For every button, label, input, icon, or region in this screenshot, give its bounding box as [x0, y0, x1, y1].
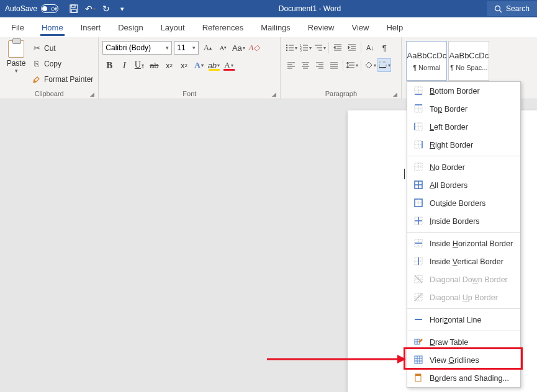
paragraph-group: ▾ 123▾ ▾ A↓ ¶ ▾ ▾ ▾ Para [281, 37, 402, 99]
text-effects-button[interactable]: A▾ [192, 58, 205, 72]
save-icon[interactable] [67, 2, 81, 16]
border-dd-icon [413, 275, 423, 285]
border-top-icon [413, 104, 423, 114]
tab-design[interactable]: Design [109, 17, 151, 37]
document-title: Document1 - Word [133, 4, 487, 13]
multilevel-button[interactable]: ▾ [313, 41, 327, 55]
tab-home[interactable]: Home [33, 17, 72, 37]
grow-font-button[interactable]: A▴ [201, 41, 214, 55]
menu-shade[interactable]: Borders and Shading... [407, 369, 520, 387]
menu-bottom[interactable]: Bottom Border [407, 82, 520, 100]
menu-item-label: Diagonal Down Border [430, 275, 508, 284]
dec-indent-button[interactable] [331, 41, 345, 55]
underline-button[interactable]: U▾ [132, 58, 146, 72]
search-box[interactable]: Search [487, 1, 537, 16]
menu-item-label: Borders and Shading... [430, 374, 509, 383]
svg-rect-108 [415, 374, 421, 376]
svg-rect-52 [379, 62, 386, 68]
svg-rect-1 [71, 5, 75, 7]
menu-item-label: View Gridlines [430, 356, 479, 365]
strikethrough-button[interactable]: ab [147, 58, 161, 72]
font-name-select[interactable]: Calibri (Body)▾ [102, 41, 172, 55]
style-nospacing[interactable]: AaBbCcDc¶ No Spac... [448, 41, 489, 81]
svg-point-7 [286, 47, 287, 48]
quick-access-toolbar: ↶▾ ↻ ▾ [63, 2, 133, 16]
menu-hz[interactable]: Horizontal Line [407, 311, 520, 329]
svg-line-4 [499, 10, 502, 12]
font-size-select[interactable]: 11▾ [174, 41, 199, 55]
border-draw-icon [413, 337, 423, 347]
tab-insert[interactable]: Insert [72, 17, 110, 37]
font-color-button[interactable]: A▾ [222, 58, 235, 72]
undo-icon[interactable]: ↶▾ [83, 2, 97, 16]
copy-button[interactable]: ⎘Copy [32, 57, 93, 71]
shading-button[interactable]: ▾ [363, 58, 377, 72]
dialog-launcher-icon[interactable]: ◢ [90, 91, 94, 97]
tab-references[interactable]: References [194, 17, 252, 37]
menu-top[interactable]: Top Border [407, 100, 520, 118]
svg-point-9 [286, 50, 287, 51]
svg-rect-2 [71, 9, 76, 12]
tab-review[interactable]: Review [299, 17, 343, 37]
border-left-icon [413, 122, 423, 132]
autosave-toggle[interactable]: AutoSave Off [0, 4, 63, 13]
customize-qat-icon[interactable]: ▾ [115, 2, 129, 16]
tab-file[interactable]: File [2, 17, 33, 37]
titlebar: AutoSave Off ↶▾ ↻ ▾ Document1 - Word Sea… [0, 0, 537, 17]
svg-point-3 [495, 6, 500, 11]
tab-help[interactable]: Help [377, 17, 412, 37]
menu-du: Diagonal Up Border [407, 288, 520, 306]
bullets-button[interactable]: ▾ [284, 41, 298, 55]
menu-none[interactable]: No Border [407, 158, 520, 176]
redo-icon[interactable]: ↻ [99, 2, 113, 16]
dialog-launcher-icon[interactable]: ◢ [393, 91, 397, 97]
justify-button[interactable] [327, 58, 341, 72]
tab-view[interactable]: View [343, 17, 377, 37]
align-right-button[interactable] [313, 58, 327, 72]
menu-right[interactable]: Right Border [407, 136, 520, 154]
menu-item-label: Right Border [430, 141, 473, 149]
menu-item-label: Horizontal Line [430, 316, 481, 324]
menu-draw[interactable]: Draw Table [407, 333, 520, 351]
sort-button[interactable]: A↓ [363, 41, 377, 55]
format-painter-button[interactable]: Format Painter [32, 73, 93, 86]
tab-mailings[interactable]: Mailings [252, 17, 299, 37]
clear-formatting-button[interactable]: A◇ [247, 41, 261, 55]
cut-button[interactable]: ✂Cut [32, 42, 93, 55]
dialog-launcher-icon[interactable]: ◢ [272, 91, 276, 97]
inc-indent-button[interactable] [345, 41, 359, 55]
copy-icon: ⎘ [32, 60, 41, 68]
align-center-button[interactable] [299, 58, 312, 72]
italic-button[interactable]: I [117, 58, 131, 72]
subscript-button[interactable]: x2 [162, 58, 176, 72]
tab-layout[interactable]: Layout [152, 17, 194, 37]
border-shade-icon [413, 373, 423, 383]
menu-inside[interactable]: Inside Borders [407, 212, 520, 230]
menu-grid[interactable]: View Gridlines [407, 351, 520, 369]
change-case-button[interactable]: Aa▾ [232, 41, 245, 55]
highlight-button[interactable]: ab▾ [207, 58, 220, 72]
superscript-button[interactable]: x2 [177, 58, 191, 72]
show-marks-button[interactable]: ¶ [377, 41, 391, 55]
menu-item-label: Inside Horizontal Border [430, 239, 513, 248]
font-group: Calibri (Body)▾ 11▾ A▴ A▾ Aa▾ A◇ B I U▾ … [99, 37, 281, 99]
menu-item-label: No Border [430, 163, 465, 172]
align-left-button[interactable] [284, 58, 298, 72]
paste-button[interactable]: Paste ▾ [2, 39, 30, 89]
menu-all[interactable]: All Borders [407, 176, 520, 194]
bold-button[interactable]: B [102, 58, 116, 72]
svg-point-5 [286, 45, 287, 46]
shrink-font-button[interactable]: A▾ [216, 41, 230, 55]
menu-iv[interactable]: Inside Vertical Border [407, 252, 520, 270]
numbering-button[interactable]: 123▾ [299, 41, 312, 55]
menu-ih[interactable]: Inside Horizontal Border [407, 234, 520, 252]
border-all-icon [413, 180, 423, 190]
menu-item-label: Draw Table [430, 338, 468, 347]
menu-item-label: All Borders [430, 181, 467, 190]
menu-left[interactable]: Left Border [407, 118, 520, 136]
borders-button[interactable]: ▾ [377, 58, 391, 72]
line-spacing-button[interactable]: ▾ [345, 58, 359, 72]
menu-outside[interactable]: Outside Borders [407, 194, 520, 212]
borders-dropdown-menu: Bottom BorderTop BorderLeft BorderRight … [407, 81, 521, 388]
style-normal[interactable]: AaBbCcDc¶ Normal [406, 41, 447, 81]
